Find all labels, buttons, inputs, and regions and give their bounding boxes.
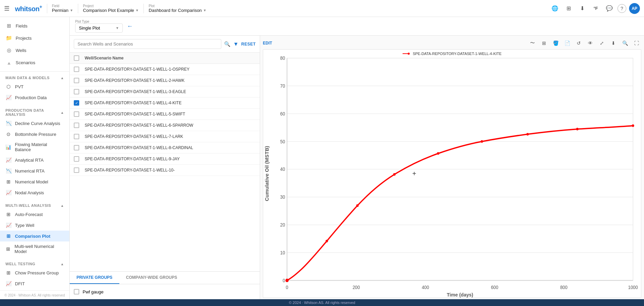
sidebar-item-scenarios[interactable]: ⟁ Scenarios: [0, 56, 69, 69]
project-select[interactable]: Comparison Plot Example ▼: [83, 8, 139, 13]
table-row[interactable]: SPE-DATA-REPOSITORY-DATASET-1-WELL-5-SWI…: [70, 109, 260, 120]
table-row[interactable]: SPE-DATA-REPOSITORY-DATASET-1-WELL-10-: [70, 165, 260, 176]
wells-table-header: Well/Scenario Name: [70, 53, 260, 64]
sidebar-item-wells[interactable]: ◎ Wells: [0, 44, 69, 56]
sidebar-item-comparison-plot[interactable]: ⊞ Comparison Plot: [0, 231, 69, 241]
sidebar-item-production-data[interactable]: 📈 Production Data: [0, 92, 69, 103]
row-checkbox-col: [74, 167, 85, 173]
download-chart-tool[interactable]: ⬇: [609, 38, 618, 48]
user-avatar[interactable]: AP: [629, 3, 640, 14]
download-icon[interactable]: ⬇: [577, 3, 588, 14]
topbar-divider-1: [47, 4, 47, 13]
project-selector[interactable]: Project Comparison Plot Example ▼: [83, 4, 139, 13]
svg-text:70: 70: [280, 84, 285, 89]
sidebar-item-multi-well-numerical[interactable]: ⊞ Multi-well Numerical Model: [0, 241, 69, 256]
row-checkbox[interactable]: [74, 134, 79, 139]
back-button[interactable]: ←: [127, 23, 133, 30]
fields-label: Fields: [16, 23, 28, 29]
main-layout: ⊞ Fields 📁 Projects ◎ Wells ⟁ Scenarios …: [0, 17, 644, 299]
chart-container: SPE-DATA-REPOSITORY-DATASET-1-WELL-4-KIT…: [263, 49, 641, 298]
svg-text:0: 0: [283, 278, 285, 283]
section-well-testing: Well Testing ▲ ⊞ Chow Pressure Group 📈 D…: [0, 258, 69, 290]
sidebar-item-fields[interactable]: ⊞ Fields: [0, 20, 69, 32]
zoom-tool[interactable]: 🔍: [620, 38, 630, 48]
row-checkbox[interactable]: [74, 89, 79, 94]
tab-company-groups[interactable]: COMPANY-WIDE GROUPS: [119, 272, 184, 284]
decline-curve-icon: 📉: [5, 120, 12, 126]
eye-tool[interactable]: 👁: [586, 38, 595, 48]
logo-text: whitson: [15, 5, 39, 12]
sidebar-item-nodal-analysis[interactable]: 📈 Nodal Analysis: [0, 187, 69, 198]
section-main-data-header[interactable]: Main Data & Models ▲: [0, 73, 69, 81]
sidebar-item-dfit[interactable]: 📈 DFIT: [0, 278, 69, 289]
chart-edit-button[interactable]: EDIT: [263, 41, 272, 46]
paint-tool[interactable]: 🪣: [551, 38, 560, 48]
row-checkbox[interactable]: [74, 67, 79, 72]
sidebar-item-auto-forecast[interactable]: ⊞ Auto-Forecast: [0, 209, 69, 220]
section-production-analysis-header[interactable]: Production Data Analysis ▲: [0, 106, 69, 118]
row-checkbox[interactable]: [74, 145, 79, 150]
table-row[interactable]: SPE-DATA-REPOSITORY-DATASET-1-WELL-2-HAW…: [70, 75, 260, 86]
table-row[interactable]: SPE-DATA-REPOSITORY-DATASET-1-WELL-8-CAR…: [70, 142, 260, 154]
table-row[interactable]: SPE-DATA-REPOSITORY-DATASET-1-WELL-4-KIT…: [70, 97, 260, 109]
row-checkbox[interactable]: [74, 167, 79, 173]
section-multi-well-toggle: ▲: [61, 204, 64, 208]
field-selector[interactable]: Field Permian ▼: [52, 4, 73, 13]
table-row[interactable]: SPE-DATA-REPOSITORY-DATASET-1-WELL-9-JAY: [70, 154, 260, 165]
grid-icon[interactable]: ⊞: [563, 3, 574, 14]
sidebar-item-bottomhole[interactable]: ⊙ Bottomhole Pressure: [0, 129, 69, 140]
svg-point-29: [285, 279, 288, 282]
reset-button[interactable]: RESET: [241, 42, 256, 47]
row-checkbox[interactable]: [74, 156, 79, 162]
globe-icon[interactable]: 🌐: [549, 3, 560, 14]
section-multi-well-header[interactable]: Multi-Well Analysis ▲: [0, 201, 69, 209]
topbar-divider-2: [78, 4, 78, 13]
sidebar-item-chow-pressure[interactable]: ⊞ Chow Pressure Group: [0, 267, 69, 278]
row-checkbox[interactable]: [74, 100, 79, 106]
search-input[interactable]: [74, 39, 221, 49]
plot-selector[interactable]: Plot Dashboard for Comparison ▼: [149, 4, 206, 13]
curve-tool[interactable]: 〜: [528, 38, 537, 48]
temperature-icon[interactable]: °F: [590, 3, 601, 14]
fullscreen-tool[interactable]: ⛶: [632, 38, 641, 48]
section-multi-well: Multi-Well Analysis ▲ ⊞ Auto-Forecast 📈 …: [0, 199, 69, 258]
projects-icon: 📁: [5, 35, 12, 41]
sidebar-item-decline-curve[interactable]: 📉 Decline Curve Analysis: [0, 118, 69, 129]
help-icon[interactable]: ?: [617, 4, 626, 13]
auto-forecast-label: Auto-Forecast: [15, 212, 43, 217]
sidebar-item-numerical-model[interactable]: ⊞ Numerical Model: [0, 176, 69, 187]
table-row[interactable]: SPE-DATA-REPOSITORY-DATASET-1-WELL-7-LAR…: [70, 131, 260, 142]
pwf-checkbox[interactable]: [74, 289, 79, 294]
row-checkbox[interactable]: [74, 123, 79, 128]
document-tool[interactable]: 📄: [562, 38, 572, 48]
numerical-rta-icon: 📉: [5, 168, 12, 174]
menu-icon[interactable]: ☰: [4, 5, 10, 12]
table-row[interactable]: SPE-DATA-REPOSITORY-DATASET-1-WELL-6-SPA…: [70, 120, 260, 131]
plot-select[interactable]: Dashboard for Comparison ▼: [149, 8, 206, 13]
project-chevron: ▼: [135, 8, 139, 12]
section-well-testing-header[interactable]: Well Testing ▲: [0, 259, 69, 267]
search-icon[interactable]: 🔍: [224, 41, 231, 47]
filter-icon[interactable]: ▼: [233, 41, 239, 47]
sidebar-item-flowing-material[interactable]: 📊 Flowing Material Balance: [0, 140, 69, 155]
logo-plus: +: [39, 4, 42, 10]
table-tool[interactable]: ⊞: [539, 38, 549, 48]
sidebar-item-projects[interactable]: 📁 Projects: [0, 32, 69, 44]
field-select[interactable]: Permian ▼: [52, 8, 73, 13]
plot-type-select[interactable]: Single Plot ▼: [75, 23, 123, 33]
chat-icon[interactable]: 💬: [604, 3, 615, 14]
sidebar-item-type-well[interactable]: 📈 Type Well: [0, 220, 69, 231]
expand-tool[interactable]: ⤢: [597, 38, 607, 48]
row-checkbox[interactable]: [74, 111, 79, 117]
table-row[interactable]: SPE-DATA-REPOSITORY-DATASET-1-WELL-1-OSP…: [70, 64, 260, 75]
row-checkbox[interactable]: [74, 78, 79, 83]
sidebar-item-pvt[interactable]: ⬡ PVT: [0, 81, 69, 92]
tab-private-groups[interactable]: PRIVATE GROUPS: [70, 272, 119, 284]
select-all-checkbox[interactable]: [74, 55, 79, 61]
sidebar-item-numerical-rta[interactable]: 📉 Numerical RTA: [0, 165, 69, 176]
row-well-name: SPE-DATA-REPOSITORY-DATASET-1-WELL-8-CAR…: [85, 145, 256, 150]
sidebar-item-analytical-rta[interactable]: 📈 Analytical RTA: [0, 155, 69, 165]
row-well-name: SPE-DATA-REPOSITORY-DATASET-1-WELL-9-JAY: [85, 157, 256, 161]
table-row[interactable]: SPE-DATA-REPOSITORY-DATASET-1-WELL-3-EAG…: [70, 86, 260, 97]
refresh-tool[interactable]: ↺: [574, 38, 583, 48]
